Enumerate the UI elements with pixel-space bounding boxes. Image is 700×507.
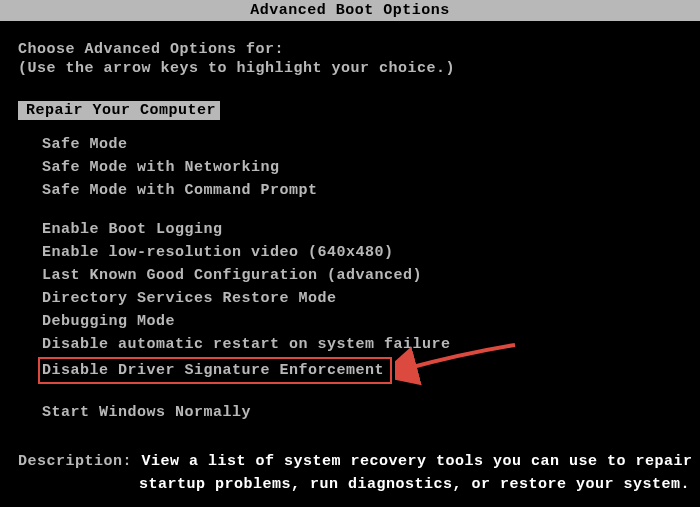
description-text-2: startup problems, run diagnostics, or re… (139, 476, 690, 493)
annotation-highlight-box: Disable Driver Signature Enforcement (38, 357, 392, 384)
description-label: Description: (18, 453, 142, 470)
page-title: Advanced Boot Options (250, 2, 450, 19)
instruction-line-1: Choose Advanced Options for: (18, 41, 700, 58)
option-last-known-good[interactable]: Last Known Good Configuration (advanced) (42, 265, 700, 286)
option-disable-auto-restart[interactable]: Disable automatic restart on system fail… (42, 334, 700, 355)
option-boot-logging[interactable]: Enable Boot Logging (42, 219, 700, 240)
option-safe-mode-networking[interactable]: Safe Mode with Networking (42, 157, 700, 178)
title-bar: Advanced Boot Options (0, 0, 700, 21)
content-area: Choose Advanced Options for: (Use the ar… (0, 41, 700, 496)
option-safe-mode[interactable]: Safe Mode (42, 134, 700, 155)
boot-options-list: Safe Mode Safe Mode with Networking Safe… (18, 134, 700, 423)
option-directory-restore[interactable]: Directory Services Restore Mode (42, 288, 700, 309)
option-debugging[interactable]: Debugging Mode (42, 311, 700, 332)
instruction-line-2: (Use the arrow keys to highlight your ch… (18, 60, 700, 77)
option-disable-driver-sig[interactable]: Disable Driver Signature Enforcement (42, 357, 700, 384)
selected-option-label: Repair Your Computer (26, 102, 216, 119)
option-start-normally[interactable]: Start Windows Normally (42, 402, 700, 423)
description-area: Description: View a list of system recov… (18, 451, 700, 496)
option-disable-driver-sig-label: Disable Driver Signature Enforcement (42, 362, 384, 379)
description-text-1: View a list of system recovery tools you… (142, 453, 693, 470)
option-low-res[interactable]: Enable low-resolution video (640x480) (42, 242, 700, 263)
option-safe-mode-cmd[interactable]: Safe Mode with Command Prompt (42, 180, 700, 201)
selected-option[interactable]: Repair Your Computer (18, 101, 220, 120)
